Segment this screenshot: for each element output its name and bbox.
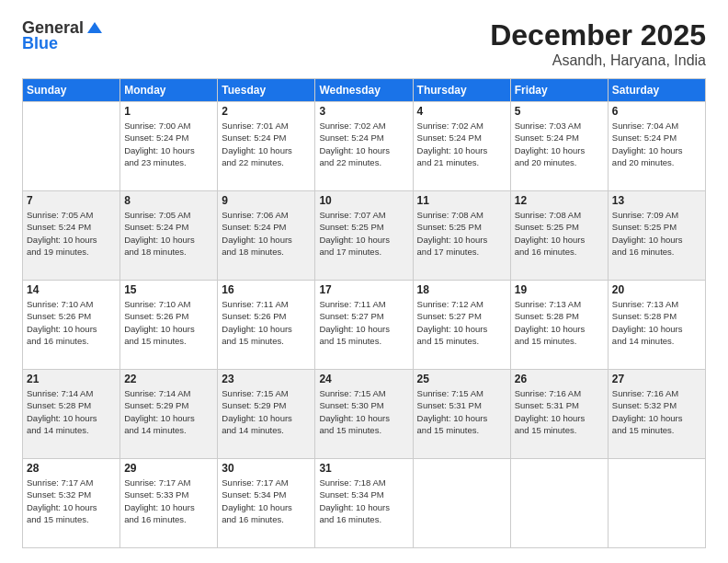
weekday-header-monday: Monday <box>120 79 218 102</box>
day-number: 19 <box>515 283 604 296</box>
day-number: 12 <box>515 194 604 207</box>
calendar-week-0: 1Sunrise: 7:00 AMSunset: 5:24 PMDaylight… <box>23 102 706 191</box>
day-number: 8 <box>124 194 213 207</box>
day-info: Sunrise: 7:15 AMSunset: 5:29 PMDaylight:… <box>222 387 311 436</box>
day-info: Sunrise: 7:17 AMSunset: 5:32 PMDaylight:… <box>27 477 116 525</box>
day-number: 4 <box>417 105 506 118</box>
day-info: Sunrise: 7:15 AMSunset: 5:30 PMDaylight:… <box>319 387 408 436</box>
location-title: Asandh, Haryana, India <box>490 52 706 69</box>
day-info: Sunrise: 7:13 AMSunset: 5:28 PMDaylight:… <box>515 298 604 347</box>
day-info: Sunrise: 7:01 AMSunset: 5:24 PMDaylight:… <box>222 120 311 168</box>
calendar-cell: 15Sunrise: 7:10 AMSunset: 5:26 PMDayligh… <box>120 281 218 370</box>
calendar-cell: 20Sunrise: 7:13 AMSunset: 5:28 PMDayligh… <box>608 281 705 370</box>
day-info: Sunrise: 7:10 AMSunset: 5:26 PMDaylight:… <box>27 298 116 347</box>
calendar-week-2: 14Sunrise: 7:10 AMSunset: 5:26 PMDayligh… <box>23 281 706 370</box>
calendar-cell <box>510 459 608 548</box>
calendar-cell: 28Sunrise: 7:17 AMSunset: 5:32 PMDayligh… <box>23 459 120 548</box>
calendar-cell: 16Sunrise: 7:11 AMSunset: 5:26 PMDayligh… <box>218 281 315 370</box>
calendar-cell: 22Sunrise: 7:14 AMSunset: 5:29 PMDayligh… <box>120 370 218 459</box>
day-info: Sunrise: 7:18 AMSunset: 5:34 PMDaylight:… <box>319 477 408 525</box>
logo-icon <box>85 18 104 37</box>
calendar-cell: 31Sunrise: 7:18 AMSunset: 5:34 PMDayligh… <box>315 459 413 548</box>
calendar-cell: 6Sunrise: 7:04 AMSunset: 5:24 PMDaylight… <box>608 102 705 191</box>
weekday-header-saturday: Saturday <box>608 79 705 102</box>
day-number: 6 <box>612 105 701 118</box>
day-number: 26 <box>515 373 604 385</box>
calendar-cell: 19Sunrise: 7:13 AMSunset: 5:28 PMDayligh… <box>510 281 608 370</box>
calendar-cell: 14Sunrise: 7:10 AMSunset: 5:26 PMDayligh… <box>23 281 120 370</box>
title-block: December 2025 Asandh, Haryana, India <box>490 18 706 69</box>
calendar-cell: 3Sunrise: 7:02 AMSunset: 5:24 PMDaylight… <box>315 102 413 191</box>
day-number: 3 <box>319 105 408 118</box>
day-number: 29 <box>124 462 213 475</box>
calendar-cell: 2Sunrise: 7:01 AMSunset: 5:24 PMDaylight… <box>218 102 315 191</box>
calendar-cell: 5Sunrise: 7:03 AMSunset: 5:24 PMDaylight… <box>510 102 608 191</box>
logo-blue: Blue <box>22 34 58 53</box>
day-number: 24 <box>319 373 408 385</box>
calendar-cell: 7Sunrise: 7:05 AMSunset: 5:24 PMDaylight… <box>23 191 120 281</box>
day-number: 13 <box>612 194 701 207</box>
day-number: 14 <box>27 283 116 296</box>
calendar-cell: 9Sunrise: 7:06 AMSunset: 5:24 PMDaylight… <box>218 191 315 281</box>
day-number: 17 <box>319 283 408 296</box>
calendar-cell: 26Sunrise: 7:16 AMSunset: 5:31 PMDayligh… <box>510 370 608 459</box>
day-info: Sunrise: 7:11 AMSunset: 5:26 PMDaylight:… <box>222 298 311 347</box>
day-number: 23 <box>222 373 311 385</box>
day-info: Sunrise: 7:06 AMSunset: 5:24 PMDaylight:… <box>222 209 311 258</box>
weekday-header-friday: Friday <box>510 79 608 102</box>
day-number: 31 <box>319 462 408 475</box>
day-info: Sunrise: 7:16 AMSunset: 5:31 PMDaylight:… <box>515 387 604 436</box>
day-number: 27 <box>612 373 701 385</box>
calendar-cell <box>608 459 705 548</box>
svg-marker-0 <box>87 22 102 33</box>
day-info: Sunrise: 7:11 AMSunset: 5:27 PMDaylight:… <box>319 298 408 347</box>
calendar-week-3: 21Sunrise: 7:14 AMSunset: 5:28 PMDayligh… <box>23 370 706 459</box>
calendar-week-1: 7Sunrise: 7:05 AMSunset: 5:24 PMDaylight… <box>23 191 706 281</box>
header: General Blue December 2025 Asandh, Harya… <box>22 18 706 69</box>
day-info: Sunrise: 7:14 AMSunset: 5:28 PMDaylight:… <box>27 387 116 436</box>
day-number: 16 <box>222 283 311 296</box>
weekday-header-tuesday: Tuesday <box>218 79 315 102</box>
day-number: 7 <box>27 194 116 207</box>
day-info: Sunrise: 7:13 AMSunset: 5:28 PMDaylight:… <box>612 298 701 347</box>
day-info: Sunrise: 7:04 AMSunset: 5:24 PMDaylight:… <box>612 120 701 168</box>
day-number: 9 <box>222 194 311 207</box>
day-info: Sunrise: 7:02 AMSunset: 5:24 PMDaylight:… <box>319 120 408 168</box>
day-number: 20 <box>612 283 701 296</box>
calendar: SundayMondayTuesdayWednesdayThursdayFrid… <box>22 78 706 548</box>
day-info: Sunrise: 7:14 AMSunset: 5:29 PMDaylight:… <box>124 387 213 436</box>
calendar-cell: 8Sunrise: 7:05 AMSunset: 5:24 PMDaylight… <box>120 191 218 281</box>
day-info: Sunrise: 7:09 AMSunset: 5:25 PMDaylight:… <box>612 209 701 258</box>
logo: General Blue <box>22 18 104 53</box>
day-info: Sunrise: 7:02 AMSunset: 5:24 PMDaylight:… <box>417 120 506 168</box>
calendar-cell: 12Sunrise: 7:08 AMSunset: 5:25 PMDayligh… <box>510 191 608 281</box>
day-number: 22 <box>124 373 213 385</box>
calendar-cell <box>413 459 510 548</box>
day-info: Sunrise: 7:05 AMSunset: 5:24 PMDaylight:… <box>124 209 213 258</box>
calendar-cell: 1Sunrise: 7:00 AMSunset: 5:24 PMDaylight… <box>120 102 218 191</box>
calendar-cell: 4Sunrise: 7:02 AMSunset: 5:24 PMDaylight… <box>413 102 510 191</box>
day-info: Sunrise: 7:15 AMSunset: 5:31 PMDaylight:… <box>417 387 506 436</box>
day-info: Sunrise: 7:17 AMSunset: 5:34 PMDaylight:… <box>222 477 311 525</box>
weekday-header-row: SundayMondayTuesdayWednesdayThursdayFrid… <box>23 79 706 102</box>
day-number: 1 <box>124 105 213 118</box>
calendar-cell: 21Sunrise: 7:14 AMSunset: 5:28 PMDayligh… <box>23 370 120 459</box>
day-number: 2 <box>222 105 311 118</box>
day-number: 11 <box>417 194 506 207</box>
calendar-cell <box>23 102 120 191</box>
calendar-cell: 30Sunrise: 7:17 AMSunset: 5:34 PMDayligh… <box>218 459 315 548</box>
day-info: Sunrise: 7:00 AMSunset: 5:24 PMDaylight:… <box>124 120 213 168</box>
weekday-header-wednesday: Wednesday <box>315 79 413 102</box>
day-number: 21 <box>27 373 116 385</box>
day-number: 30 <box>222 462 311 475</box>
day-info: Sunrise: 7:12 AMSunset: 5:27 PMDaylight:… <box>417 298 506 347</box>
day-number: 10 <box>319 194 408 207</box>
day-number: 25 <box>417 373 506 385</box>
day-info: Sunrise: 7:03 AMSunset: 5:24 PMDaylight:… <box>515 120 604 168</box>
page: General Blue December 2025 Asandh, Harya… <box>0 0 728 563</box>
day-info: Sunrise: 7:16 AMSunset: 5:32 PMDaylight:… <box>612 387 701 436</box>
day-number: 15 <box>124 283 213 296</box>
day-number: 5 <box>515 105 604 118</box>
calendar-cell: 23Sunrise: 7:15 AMSunset: 5:29 PMDayligh… <box>218 370 315 459</box>
calendar-cell: 29Sunrise: 7:17 AMSunset: 5:33 PMDayligh… <box>120 459 218 548</box>
